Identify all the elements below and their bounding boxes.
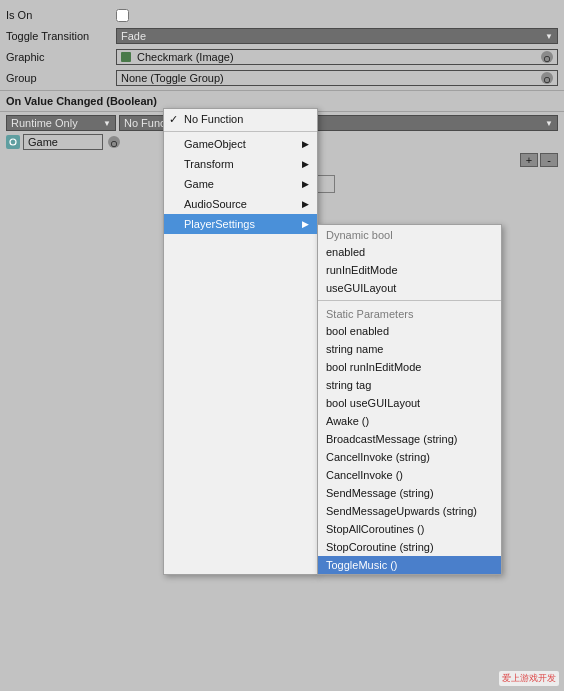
menu-item-stop-all-coroutines[interactable]: StopAllCoroutines () [318, 520, 501, 538]
stop-all-coroutines-label: StopAllCoroutines () [326, 523, 424, 535]
toggle-transition-value: Fade ▼ [116, 28, 558, 44]
bool-run-in-edit-mode-label: bool runInEditMode [326, 361, 421, 373]
submenu-arrow-game: ▶ [302, 179, 309, 189]
graphic-label: Graphic [6, 51, 116, 63]
function-chevron-icon: ▼ [545, 119, 553, 128]
chevron-down-icon: ▼ [545, 32, 553, 41]
menu-item-enabled[interactable]: enabled [318, 243, 501, 261]
submenu-arrow-gameobject: ▶ [302, 139, 309, 149]
stop-coroutine-label: StopCoroutine (string) [326, 541, 434, 553]
primary-menu: ✓ No Function GameObject ▶ Transform ▶ G… [163, 108, 318, 575]
awake-label: Awake () [326, 415, 369, 427]
group-label: Group [6, 72, 116, 84]
dynamic-section-title: Dynamic bool [318, 225, 501, 243]
menu-item-toggle-music[interactable]: ToggleMusic () [318, 556, 501, 574]
graphic-value: Checkmark (Image) ○ [116, 49, 558, 65]
menu-item-run-in-edit-mode[interactable]: runInEditMode [318, 261, 501, 279]
menu-item-gameobject[interactable]: GameObject ▶ [164, 134, 317, 154]
runtime-dropdown[interactable]: Runtime Only ▼ [6, 115, 116, 131]
menu-item-string-tag[interactable]: string tag [318, 376, 501, 394]
toggle-transition-label: Toggle Transition [6, 30, 116, 42]
transform-label: Transform [184, 158, 234, 170]
string-tag-label: string tag [326, 379, 371, 391]
menu-separator-1 [164, 131, 317, 132]
menu-item-bool-use-gui-layout[interactable]: bool useGUILayout [318, 394, 501, 412]
group-select-button[interactable]: ○ [541, 72, 553, 84]
is-on-value [116, 9, 558, 22]
enabled-label: enabled [326, 246, 365, 258]
menu-item-no-function[interactable]: ✓ No Function [164, 109, 317, 129]
group-field[interactable]: None (Toggle Group) ○ [116, 70, 558, 86]
secondary-menu: Dynamic bool enabled runInEditMode useGU… [317, 224, 502, 575]
send-message-label: SendMessage (string) [326, 487, 434, 499]
no-function-label: No Function [184, 113, 243, 125]
toggle-music-label: ToggleMusic () [326, 559, 398, 571]
use-gui-layout-label: useGUILayout [326, 282, 396, 294]
string-name-label: string name [326, 343, 383, 355]
menu-item-game[interactable]: Game ▶ [164, 174, 317, 194]
graphic-text: Checkmark (Image) [137, 51, 234, 63]
cancel-invoke-string-label: CancelInvoke (string) [326, 451, 430, 463]
remove-event-button[interactable]: - [540, 153, 558, 167]
playersettings-label: PlayerSettings [184, 218, 255, 230]
game-object-text: Game [28, 136, 58, 148]
graphic-row: Graphic Checkmark (Image) ○ [6, 48, 558, 66]
menu-item-cancel-invoke[interactable]: CancelInvoke () [318, 466, 501, 484]
gameobject-label: GameObject [184, 138, 246, 150]
is-on-row: Is On [6, 6, 558, 24]
graphic-field[interactable]: Checkmark (Image) ○ [116, 49, 558, 65]
static-section-title: Static Parameters [318, 304, 501, 322]
is-on-label: Is On [6, 9, 116, 21]
game-label: Game [184, 178, 214, 190]
menu-item-playersettings[interactable]: PlayerSettings ▶ [164, 214, 317, 234]
menu-item-use-gui-layout[interactable]: useGUILayout [318, 279, 501, 297]
cancel-invoke-label: CancelInvoke () [326, 469, 403, 481]
broadcast-message-label: BroadcastMessage (string) [326, 433, 457, 445]
runtime-chevron-icon: ▼ [103, 119, 111, 128]
menu-item-stop-coroutine[interactable]: StopCoroutine (string) [318, 538, 501, 556]
run-in-edit-mode-label: runInEditMode [326, 264, 398, 276]
game-object-select-button[interactable]: ○ [108, 136, 120, 148]
game-object-field[interactable]: Game [23, 134, 103, 150]
toggle-transition-row: Toggle Transition Fade ▼ [6, 27, 558, 45]
submenu-arrow-playersettings: ▶ [302, 219, 309, 229]
menu-item-cancel-invoke-string[interactable]: CancelInvoke (string) [318, 448, 501, 466]
event-header-text: On Value Changed (Boolean) [6, 95, 157, 107]
toggle-transition-text: Fade [121, 30, 146, 42]
menu-item-string-name[interactable]: string name [318, 340, 501, 358]
group-text: None (Toggle Group) [121, 72, 224, 84]
secondary-separator [318, 300, 501, 301]
submenu-arrow-audiosource: ▶ [302, 199, 309, 209]
graphic-select-button[interactable]: ○ [541, 51, 553, 63]
menu-item-send-message-upwards[interactable]: SendMessageUpwards (string) [318, 502, 501, 520]
group-value: None (Toggle Group) ○ [116, 70, 558, 86]
menu-item-bool-run-in-edit-mode[interactable]: bool runInEditMode [318, 358, 501, 376]
send-message-upwards-label: SendMessageUpwards (string) [326, 505, 477, 517]
group-row: Group None (Toggle Group) ○ [6, 69, 558, 87]
watermark: 爱上游戏开发 [499, 671, 559, 686]
is-on-checkbox[interactable] [116, 9, 129, 22]
game-icon [6, 135, 20, 149]
inspector-panel: Is On Toggle Transition Fade ▼ Graphic C… [0, 0, 564, 87]
menu-item-awake[interactable]: Awake () [318, 412, 501, 430]
menu-item-transform[interactable]: Transform ▶ [164, 154, 317, 174]
submenu-arrow-transform: ▶ [302, 159, 309, 169]
menu-item-send-message[interactable]: SendMessage (string) [318, 484, 501, 502]
menu-item-broadcast-message[interactable]: BroadcastMessage (string) [318, 430, 501, 448]
bool-enabled-label: bool enabled [326, 325, 389, 337]
check-icon: ✓ [169, 113, 178, 126]
audiosource-label: AudioSource [184, 198, 247, 210]
menu-item-bool-enabled[interactable]: bool enabled [318, 322, 501, 340]
menu-item-audiosource[interactable]: AudioSource ▶ [164, 194, 317, 214]
add-event-button[interactable]: + [520, 153, 538, 167]
toggle-transition-dropdown[interactable]: Fade ▼ [116, 28, 558, 44]
watermark-text: 爱上游戏开发 [502, 673, 556, 683]
bool-use-gui-layout-label: bool useGUILayout [326, 397, 420, 409]
checkmark-icon [121, 52, 131, 62]
dropdown-container: ✓ No Function GameObject ▶ Transform ▶ G… [163, 108, 502, 575]
runtime-text: Runtime Only [11, 117, 78, 129]
